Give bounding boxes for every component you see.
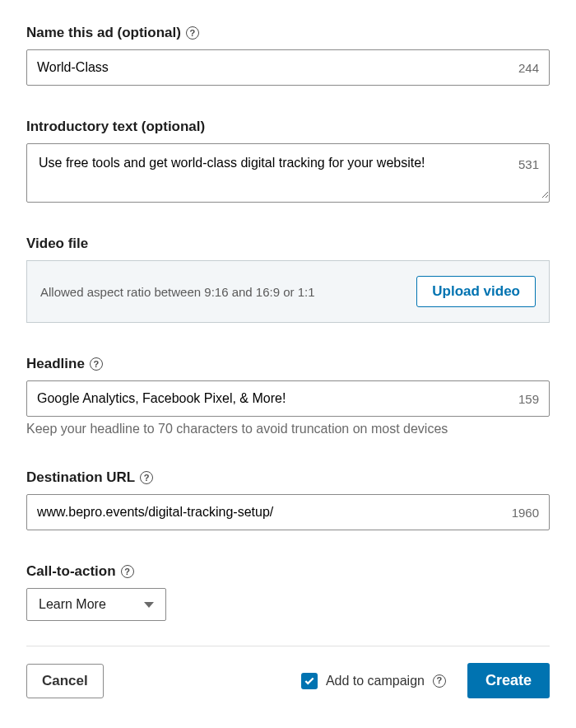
- video-file-label: Video file: [26, 236, 88, 252]
- cta-label-row: Call-to-action ?: [26, 563, 550, 580]
- help-icon[interactable]: ?: [433, 674, 446, 688]
- destination-url-label-row: Destination URL ?: [26, 469, 550, 486]
- cta-field: Call-to-action ? Learn More: [26, 563, 550, 621]
- intro-text-count: 531: [518, 157, 539, 171]
- destination-url-count: 1960: [512, 506, 539, 520]
- ad-name-label: Name this ad (optional): [26, 25, 181, 41]
- help-icon[interactable]: ?: [140, 471, 153, 484]
- footer-right: Add to campaign ? Create: [301, 663, 550, 698]
- headline-label: Headline: [26, 356, 85, 372]
- chevron-down-icon: [144, 602, 154, 608]
- headline-helper: Keep your headline to 70 characters to a…: [26, 422, 550, 436]
- cta-select[interactable]: Learn More: [26, 588, 166, 621]
- intro-text-label-row: Introductory text (optional): [26, 119, 550, 135]
- help-icon[interactable]: ?: [186, 26, 199, 40]
- video-upload-box: Allowed aspect ratio between 9:16 and 16…: [26, 260, 550, 323]
- cancel-button[interactable]: Cancel: [26, 664, 104, 698]
- ad-name-count: 244: [518, 61, 539, 75]
- ad-name-field: Name this ad (optional) ? 244: [26, 25, 550, 86]
- headline-field: Headline ? 159 Keep your headline to 70 …: [26, 356, 550, 436]
- destination-url-field: Destination URL ? 1960: [26, 469, 550, 530]
- cta-selected-value: Learn More: [39, 597, 106, 612]
- intro-text-field: Introductory text (optional) 531: [26, 119, 550, 203]
- headline-input-wrapper: 159: [26, 380, 550, 417]
- form-footer: Cancel Add to campaign ? Create: [26, 663, 550, 698]
- add-to-campaign-label: Add to campaign: [326, 674, 425, 688]
- destination-url-input-wrapper: 1960: [26, 494, 550, 530]
- intro-text-input-wrapper: 531: [26, 143, 550, 203]
- video-file-label-row: Video file: [26, 236, 550, 252]
- help-icon[interactable]: ?: [121, 565, 134, 578]
- headline-count: 159: [518, 392, 539, 406]
- help-icon[interactable]: ?: [90, 357, 103, 371]
- add-to-campaign-checkbox[interactable]: [301, 673, 318, 689]
- video-file-field: Video file Allowed aspect ratio between …: [26, 236, 550, 323]
- video-aspect-hint: Allowed aspect ratio between 9:16 and 16…: [40, 285, 315, 299]
- headline-input[interactable]: [27, 381, 549, 416]
- upload-video-button[interactable]: Upload video: [416, 276, 536, 307]
- destination-url-input[interactable]: [27, 495, 549, 530]
- intro-text-label: Introductory text (optional): [26, 119, 205, 135]
- intro-text-input[interactable]: [27, 144, 549, 198]
- ad-name-input[interactable]: [27, 50, 549, 85]
- check-icon: [304, 675, 315, 687]
- ad-name-label-row: Name this ad (optional) ?: [26, 25, 550, 41]
- cta-label: Call-to-action: [26, 563, 116, 580]
- headline-label-row: Headline ?: [26, 356, 550, 372]
- destination-url-label: Destination URL: [26, 469, 135, 486]
- ad-name-input-wrapper: 244: [26, 49, 550, 86]
- create-button[interactable]: Create: [467, 663, 550, 698]
- add-to-campaign-group: Add to campaign ?: [301, 673, 446, 689]
- footer-divider: [26, 646, 550, 646]
